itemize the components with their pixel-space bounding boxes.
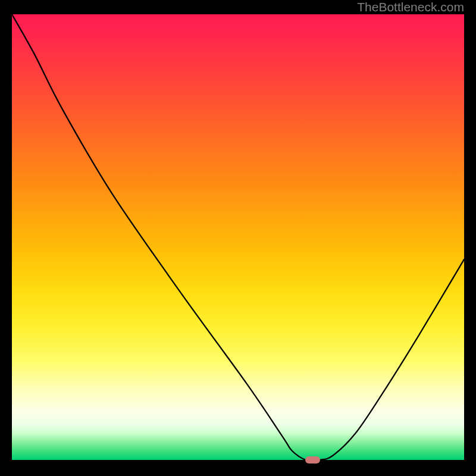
optimal-marker (305, 456, 320, 464)
watermark-text: TheBottleneck.com (357, 0, 464, 14)
bottleneck-curve (12, 14, 464, 460)
chart-container: TheBottleneck.com (0, 0, 476, 476)
